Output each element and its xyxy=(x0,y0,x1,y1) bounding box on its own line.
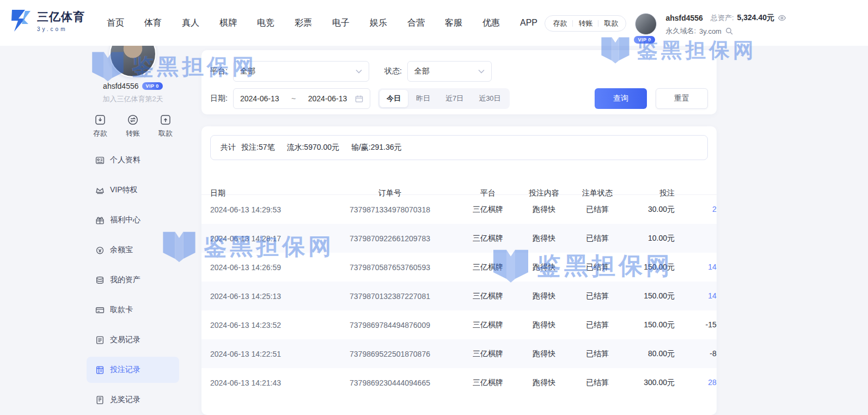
cell-status: 已结算 xyxy=(570,263,625,272)
platform-select[interactable]: 全部 xyxy=(233,61,369,82)
range-30days[interactable]: 近30日 xyxy=(472,90,508,107)
sidebar-item-label: 余额宝 xyxy=(110,245,133,255)
id-card-icon xyxy=(95,156,105,165)
nav-live[interactable]: 真人 xyxy=(182,17,199,29)
nav-service[interactable]: 客服 xyxy=(445,17,462,29)
cell-platform: 三亿棋牌 xyxy=(458,320,518,330)
nav-sports[interactable]: 体育 xyxy=(144,17,162,29)
nav-promo[interactable]: 优惠 xyxy=(482,17,500,29)
crown-icon xyxy=(95,186,105,195)
nav-chess[interactable]: 棋牌 xyxy=(219,17,237,29)
quick-range-group: 今日 昨日 近7日 近30日 xyxy=(378,88,510,109)
sidebar-item-transactions[interactable]: 交易记录 xyxy=(87,327,179,353)
col-platform: 平台 xyxy=(458,188,518,198)
cell-order: 7379870587653760593 xyxy=(322,263,458,272)
top-navbar: 三亿体育 3y.com 首页 体育 真人 棋牌 电竞 彩票 电子 娱乐 合营 客… xyxy=(0,0,868,46)
date-from: 2024-06-13 xyxy=(240,94,279,103)
date-separator: ~ xyxy=(291,94,296,103)
sidebar-item-label: 个人资料 xyxy=(110,155,140,165)
search-button[interactable]: 查询 xyxy=(595,88,647,109)
sidebar-item-prize-records[interactable]: 兑奖记录 xyxy=(87,387,179,413)
status-value: 全部 xyxy=(414,66,430,76)
chevron-down-icon xyxy=(356,69,362,74)
range-7days[interactable]: 近7日 xyxy=(438,90,470,107)
avatar[interactable] xyxy=(635,13,657,35)
range-today[interactable]: 今日 xyxy=(380,90,408,107)
records-table: 日期 订单号 平台 投注内容 注单状态 投注 派彩 有效投注额 2024-06-… xyxy=(201,169,717,397)
sidebar-item-profile[interactable]: 个人资料 xyxy=(87,147,179,173)
table-row: 2024-06-13 14:26:59 7379870587653760593 … xyxy=(201,253,717,282)
gift-icon xyxy=(95,216,105,225)
sidebar-item-welfare[interactable]: 福利中心 xyxy=(87,207,179,233)
deposit-link[interactable]: 存款 xyxy=(553,19,567,28)
cell-status: 已结算 xyxy=(570,291,625,301)
quick-deposit[interactable]: 存款 xyxy=(93,114,107,138)
cell-date: 2024-06-13 14:26:59 xyxy=(210,263,322,272)
cell-platform: 三亿棋牌 xyxy=(458,205,518,215)
brand-name: 三亿体育 xyxy=(37,9,85,25)
reset-button[interactable]: 重置 xyxy=(656,88,708,109)
sidebar-item-label: 投注记录 xyxy=(110,365,140,375)
cell-payout: 142.50元 xyxy=(675,291,717,301)
table-row: 2024-06-13 14:28:17 7379870922661209783 … xyxy=(201,224,717,253)
range-yesterday[interactable]: 昨日 xyxy=(409,90,437,107)
cell-platform: 三亿棋牌 xyxy=(458,291,518,301)
records-panel: 共计 投注:57笔 流水:5970.00元 输/赢:291.36元 日期 订单号… xyxy=(201,126,717,415)
sidebar-item-assets[interactable]: 我的资产 xyxy=(87,267,179,293)
sidebar-item-vip[interactable]: VIP特权 xyxy=(87,177,179,203)
sidebar-item-bet-records[interactable]: 投注记录 xyxy=(87,357,179,383)
status-select[interactable]: 全部 xyxy=(407,61,492,82)
calendar-icon xyxy=(355,95,363,103)
summary-bar: 共计 投注:57笔 流水:5970.00元 输/赢:291.36元 xyxy=(210,135,708,160)
cell-bet: 30.00元 xyxy=(625,205,675,215)
eye-icon[interactable] xyxy=(778,14,786,22)
table-row: 2024-06-13 14:21:43 7379869230444094665 … xyxy=(201,368,717,397)
cell-payout: 28.50元 xyxy=(675,205,717,215)
cell-bet: 150.00元 xyxy=(625,291,675,301)
sidebar-item-label: 交易记录 xyxy=(110,335,140,345)
cell-bet: 80.00元 xyxy=(625,349,675,359)
search-icon[interactable] xyxy=(725,27,733,35)
assets-icon xyxy=(95,276,105,285)
domain-value: 3y.com xyxy=(699,27,722,35)
col-bet: 投注 xyxy=(625,188,675,198)
divider xyxy=(598,20,598,27)
sidebar-item-withdraw-card[interactable]: 取款卡 xyxy=(87,297,179,323)
date-range-picker[interactable]: 2024-06-13 ~ 2024-06-13 xyxy=(233,88,370,109)
cell-status: 已结算 xyxy=(570,234,625,243)
cell-payout: -150.00元 xyxy=(675,320,717,330)
cell-platform: 三亿棋牌 xyxy=(458,263,518,272)
main-nav: 首页 体育 真人 棋牌 电竞 彩票 电子 娱乐 合营 客服 优惠 APP xyxy=(107,0,537,46)
cell-payout: 9.50元 xyxy=(675,234,717,243)
nav-esports[interactable]: 电竞 xyxy=(257,17,274,29)
nav-app[interactable]: APP xyxy=(520,18,537,28)
cell-bet: 10.00元 xyxy=(625,234,675,243)
sidebar-item-yuebao[interactable]: 余额宝 xyxy=(87,237,179,263)
table-row: 2024-06-13 14:22:51 7379869522501870876 … xyxy=(201,339,717,368)
nav-partner[interactable]: 合营 xyxy=(407,17,425,29)
quick-transfer[interactable]: 转账 xyxy=(126,114,140,138)
prize-doc-icon xyxy=(95,395,105,405)
quick-withdraw[interactable]: 取款 xyxy=(158,114,173,138)
brand-mark-icon xyxy=(9,8,33,34)
cell-platform: 三亿棋牌 xyxy=(458,349,518,359)
nav-user-area: 存款 转账 取款 VIP 0 ahsfd4556 总资产: 5,324.40元 xyxy=(545,13,786,41)
transfer-link[interactable]: 转账 xyxy=(578,19,592,28)
cell-status: 已结算 xyxy=(570,349,625,359)
date-label: 日期: xyxy=(210,94,228,103)
table-row: 2024-06-13 14:25:13 7379870132387227081 … xyxy=(201,282,717,310)
cell-content: 跑得快 xyxy=(518,291,570,301)
withdraw-link[interactable]: 取款 xyxy=(604,19,618,28)
cell-content: 跑得快 xyxy=(518,349,570,359)
nav-lottery[interactable]: 彩票 xyxy=(295,17,312,29)
deposit-icon xyxy=(94,114,106,126)
brand-logo[interactable]: 三亿体育 3y.com xyxy=(9,8,85,34)
nav-home[interactable]: 首页 xyxy=(107,17,124,29)
sidebar-item-label: 取款卡 xyxy=(110,305,133,315)
table-row: 2024-06-13 14:29:53 7379871334978070318 … xyxy=(201,195,717,224)
cell-payout: -80.00元 xyxy=(675,349,717,359)
domain-label: 永久域名: xyxy=(665,26,696,36)
nav-entertainment[interactable]: 娱乐 xyxy=(370,17,387,29)
date-to: 2024-06-13 xyxy=(308,94,347,103)
nav-slots[interactable]: 电子 xyxy=(332,17,350,29)
